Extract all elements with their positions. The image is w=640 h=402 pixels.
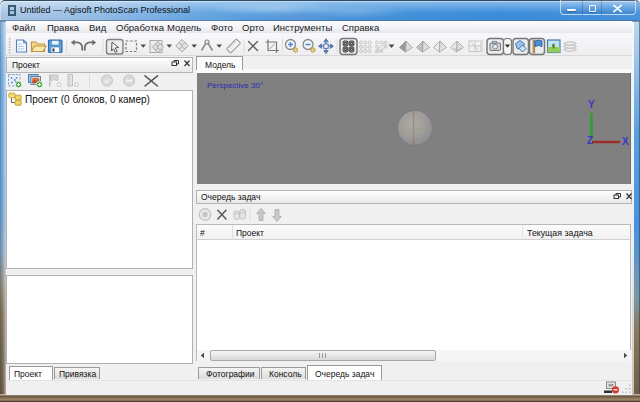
svg-text:Z: Z — [587, 135, 593, 146]
svg-text:Y: Y — [588, 99, 595, 110]
svg-text:X: X — [622, 136, 629, 147]
